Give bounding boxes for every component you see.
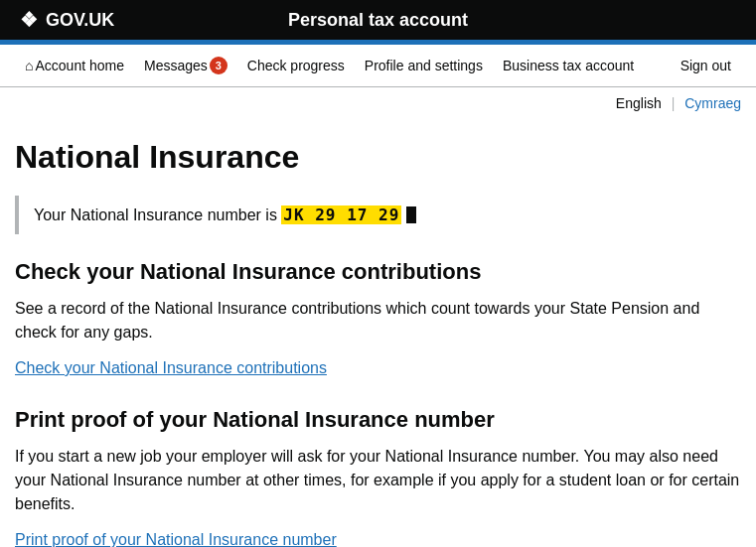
main-nav: ⌂Account home Messages3 Check progress P… — [0, 45, 756, 87]
gov-logo[interactable]: ❖ GOV.UK — [20, 8, 114, 32]
messages-badge: 3 — [210, 57, 227, 74]
language-selector: English | Cymraeg — [0, 87, 756, 119]
crown-icon: ❖ — [20, 8, 38, 32]
gov-header: ❖ GOV.UK Personal tax account — [0, 0, 756, 40]
section2-body: If you start a new job your employer wil… — [15, 445, 740, 516]
home-icon: ⌂ — [25, 58, 33, 73]
ni-number-label: Your National Insurance number is — [34, 206, 281, 223]
section2-heading: Print proof of your National Insurance n… — [15, 407, 740, 433]
nav-business-tax[interactable]: Business tax account — [493, 46, 644, 85]
nav-sign-out[interactable]: Sign out — [671, 46, 741, 85]
ni-number-box: Your National Insurance number is JK 29 … — [15, 196, 740, 234]
nav-check-progress[interactable]: Check progress — [237, 46, 355, 85]
header-title: Personal tax account — [288, 10, 468, 31]
nav-messages[interactable]: Messages3 — [134, 45, 237, 86]
nav-profile-settings[interactable]: Profile and settings — [355, 46, 493, 85]
language-welsh[interactable]: Cymraeg — [684, 95, 741, 111]
section1-body: See a record of the National Insurance c… — [15, 297, 740, 344]
logo-text: GOV.UK — [46, 10, 114, 31]
language-english: English — [616, 95, 662, 111]
nav-account-home[interactable]: ⌂Account home — [15, 46, 134, 85]
ni-number-redacted — [406, 206, 416, 223]
section-print-proof: Print proof of your National Insurance n… — [15, 407, 740, 547]
ni-number-value: JK 29 17 29 — [281, 205, 401, 224]
section1-heading: Check your National Insurance contributi… — [15, 259, 740, 285]
section-check-contributions: Check your National Insurance contributi… — [15, 259, 740, 377]
section1-link[interactable]: Check your National Insurance contributi… — [15, 359, 327, 376]
language-separator: | — [672, 95, 676, 111]
page-heading: National Insurance — [15, 139, 740, 176]
main-content: National Insurance Your National Insuran… — [0, 119, 755, 547]
section2-link[interactable]: Print proof of your National Insurance n… — [15, 531, 337, 547]
